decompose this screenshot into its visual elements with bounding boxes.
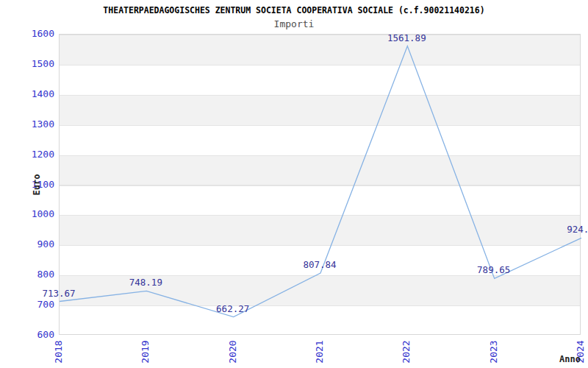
x-tick-label: 2022 bbox=[401, 339, 412, 364]
y-tick-label: 900 bbox=[0, 238, 54, 250]
chart-title: THEATERPAEDAGOGISCHES ZENTRUM SOCIETA CO… bbox=[0, 5, 588, 15]
data-point-label: 662.27 bbox=[207, 303, 259, 314]
y-tick-label: 700 bbox=[0, 299, 54, 311]
data-point-label: 713.67 bbox=[33, 288, 85, 299]
x-tick-label: 2019 bbox=[140, 339, 151, 364]
y-axis-title: Euro bbox=[31, 170, 43, 199]
data-point-label: 807.84 bbox=[294, 259, 345, 270]
line-series-path bbox=[60, 46, 581, 317]
x-axis-title: Anno bbox=[559, 354, 581, 364]
y-tick-label: 1000 bbox=[0, 208, 54, 220]
y-tick-label: 1600 bbox=[0, 28, 54, 40]
y-tick-label: 1100 bbox=[0, 179, 54, 191]
data-point-label: 748.19 bbox=[120, 277, 171, 288]
y-tick-label: 800 bbox=[0, 269, 54, 280]
x-tick-label: 2020 bbox=[227, 339, 239, 364]
y-tick-label: 1300 bbox=[0, 118, 54, 130]
x-tick-label: 2018 bbox=[53, 339, 65, 364]
chart-container: THEATERPAEDAGOGISCHES ZENTRUM SOCIETA CO… bbox=[0, 0, 588, 368]
y-tick-label: 600 bbox=[0, 329, 54, 341]
data-point-label: 789.65 bbox=[468, 264, 520, 275]
line-series bbox=[60, 35, 581, 336]
y-tick-label: 1400 bbox=[0, 88, 54, 100]
y-tick-label: 1200 bbox=[0, 149, 54, 160]
data-point-label: 1561.89 bbox=[381, 32, 432, 43]
chart-subtitle: Importi bbox=[0, 18, 588, 29]
plot-area bbox=[59, 34, 581, 335]
y-tick-label: 1500 bbox=[0, 58, 54, 70]
x-tick-label: 2023 bbox=[488, 339, 500, 364]
x-tick-label: 2021 bbox=[314, 339, 326, 364]
data-point-label: 924.5 bbox=[555, 224, 588, 235]
